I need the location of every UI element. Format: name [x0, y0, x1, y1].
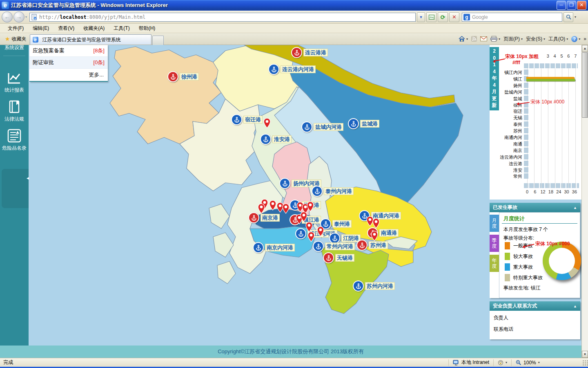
- chart-category-label: 淮安: [490, 167, 522, 173]
- new-tab-button[interactable]: [152, 36, 164, 45]
- back-button[interactable]: ←: [2, 11, 13, 22]
- accidents-tab-月度[interactable]: 月度: [490, 215, 499, 232]
- legend-item-特别重大事故: 特别重大事故: [505, 274, 543, 281]
- restore-button[interactable]: ❐: [567, 1, 576, 10]
- quick-panel-row[interactable]: 应急预案备案[8条]: [29, 45, 108, 57]
- sidebar-item-system-settings[interactable]: 系统设置: [0, 45, 29, 51]
- home-button[interactable]: ▾: [459, 36, 468, 42]
- minimize-button[interactable]: ─: [557, 1, 566, 10]
- tab-active[interactable]: e 江苏省港口安全监管与应急管理系统: [30, 34, 151, 45]
- tab-favicon: e: [33, 37, 38, 43]
- port-label: 宿迁港: [243, 116, 263, 123]
- zoom-control[interactable]: 100% ▾: [511, 359, 544, 366]
- stop-button[interactable]: ✕: [449, 12, 459, 22]
- favorites-button[interactable]: ★ 收藏夹: [2, 34, 30, 44]
- home-dropdown[interactable]: ▾: [466, 37, 468, 41]
- scroll-down-button[interactable]: ▼: [582, 351, 588, 358]
- sidebar-item-hazmat-list[interactable]: 危险品名录: [0, 129, 29, 151]
- quick-panel-row[interactable]: 附证审批[0条]: [29, 57, 108, 69]
- port-marker-宿迁港[interactable]: 宿迁港: [231, 114, 263, 125]
- accidents-panel-title: 已发生事故: [493, 204, 517, 211]
- contacts-panel-header[interactable]: 安全负责人联系方式 ▲: [490, 301, 580, 311]
- port-label: 苏州内河港: [365, 282, 395, 290]
- sidebar-item-laws[interactable]: 法律法规: [0, 100, 29, 122]
- more-link[interactable]: 更多...: [29, 69, 108, 81]
- port-marker-南京内河港[interactable]: 南京内河港: [253, 242, 295, 253]
- port-marker-淮安港[interactable]: 淮安港: [260, 134, 292, 145]
- sidebar-collapse-arrow[interactable]: ◄: [26, 176, 30, 180]
- incident-pin-icon[interactable]: [263, 118, 271, 128]
- help-button[interactable]: ?▾: [571, 36, 580, 42]
- incident-pin-icon[interactable]: [372, 218, 380, 229]
- incident-pin-icon[interactable]: [269, 200, 277, 211]
- forward-button[interactable]: →: [13, 11, 24, 22]
- incident-pin-icon[interactable]: [305, 222, 313, 232]
- port-marker-盐城内河港[interactable]: 盐城内河港: [301, 121, 343, 132]
- print-dropdown[interactable]: ▾: [499, 37, 500, 41]
- incident-pin-icon[interactable]: [300, 211, 308, 222]
- chart-gridline: [541, 68, 541, 188]
- menu-item-2[interactable]: 查看(V): [53, 24, 79, 33]
- incident-pin-icon[interactable]: [282, 203, 290, 214]
- anchor-icon: [313, 241, 324, 252]
- print-button[interactable]: ▾: [490, 36, 500, 42]
- search-button[interactable]: [564, 12, 573, 22]
- feeds-button[interactable]: [471, 36, 477, 42]
- statistics-chart-panel: 2014年4月更新 宋体 10px 加粗 #fff 宋体 10px #000 3…: [490, 45, 581, 200]
- contact-person-label: 负责人: [494, 314, 508, 321]
- search-box[interactable]: g Google: [462, 13, 562, 22]
- toolbar-overflow[interactable]: »: [584, 36, 586, 42]
- incident-pin-icon[interactable]: [258, 203, 265, 214]
- chart-row-tick: [524, 83, 528, 88]
- page-menu-button[interactable]: 页面(P)▾: [503, 36, 523, 43]
- refresh-button[interactable]: ⟳: [438, 12, 448, 22]
- incident-pin-icon[interactable]: [371, 231, 379, 241]
- distribution-label: 事故等级分布:: [503, 235, 534, 242]
- security-menu-button[interactable]: 安全(S)▾: [526, 36, 545, 43]
- port-marker-徐州港[interactable]: 徐州港: [167, 71, 199, 82]
- legend-label: 较大事故: [513, 253, 533, 260]
- chart-top-axis-label: 7: [574, 54, 577, 58]
- tools-menu-button[interactable]: 工具(O)▾: [548, 36, 568, 43]
- incident-pin-icon[interactable]: [307, 201, 314, 212]
- port-marker-无锡港[interactable]: 无锡港: [323, 252, 354, 263]
- page-content: 连云港港连云港内河港徐州港宿迁港盐城内河港盐城港淮安港扬州内河港泰州内河港扬州港…: [0, 45, 588, 358]
- port-label: 南京内河港: [265, 244, 295, 251]
- port-marker-盐城港[interactable]: 盐城港: [348, 118, 379, 129]
- security-menu-label: 安全(S): [526, 36, 542, 43]
- port-marker-连云港港[interactable]: 连云港港: [291, 47, 328, 58]
- accidents-tab-年度[interactable]: 年度: [490, 255, 499, 272]
- accidents-panel-header[interactable]: 已发生事故 ▲: [490, 203, 580, 212]
- port-marker-泰州内河港[interactable]: 泰州内河港: [312, 186, 354, 197]
- vertical-scrollbar[interactable]: ▲ ▼: [581, 45, 588, 358]
- incident-pin-icon[interactable]: [307, 231, 315, 242]
- compatibility-view-button[interactable]: [426, 12, 437, 22]
- menu-item-5[interactable]: 帮助(H): [134, 24, 160, 33]
- scroll-up-button[interactable]: ▲: [582, 45, 588, 52]
- address-dropdown-button[interactable]: ▼: [417, 12, 425, 22]
- scroll-thumb[interactable]: [582, 52, 588, 118]
- resize-grip[interactable]: [582, 360, 588, 366]
- close-button[interactable]: ✕: [577, 1, 586, 10]
- menu-item-4[interactable]: 工具(T): [109, 24, 134, 33]
- protected-mode-segment[interactable]: ▾: [493, 359, 511, 366]
- sidebar-item-statistics[interactable]: 统计报表: [0, 72, 29, 93]
- address-input[interactable]: e http://localhost:8080/yjpt/Main.html: [29, 13, 416, 22]
- recent-pages-icon[interactable]: ▾: [25, 15, 27, 19]
- collapse-icon[interactable]: ▲: [573, 304, 577, 308]
- favorites-label: 收藏夹: [12, 36, 27, 43]
- port-marker-连云港内河港[interactable]: 连云港内河港: [268, 64, 316, 75]
- read-mail-button[interactable]: [480, 36, 487, 41]
- incident-pin-icon[interactable]: [317, 226, 325, 237]
- port-marker-南通内河港[interactable]: 南通内河港: [359, 210, 401, 221]
- menu-item-1[interactable]: 编辑(E): [28, 24, 53, 33]
- anchor-icon: [323, 252, 334, 263]
- menu-item-0[interactable]: 文件(F): [3, 24, 28, 33]
- menu-item-3[interactable]: 收藏夹(A): [79, 24, 109, 33]
- port-marker-苏州内河港[interactable]: 苏州内河港: [353, 280, 395, 292]
- port-marker-泰州港[interactable]: 泰州港: [320, 218, 352, 229]
- port-marker-常州内河港[interactable]: 常州内河港: [313, 241, 355, 252]
- collapse-icon[interactable]: ▲: [573, 206, 577, 210]
- accidents-tab-季度[interactable]: 季度: [490, 235, 499, 252]
- search-options-dropdown[interactable]: ▾: [575, 15, 576, 19]
